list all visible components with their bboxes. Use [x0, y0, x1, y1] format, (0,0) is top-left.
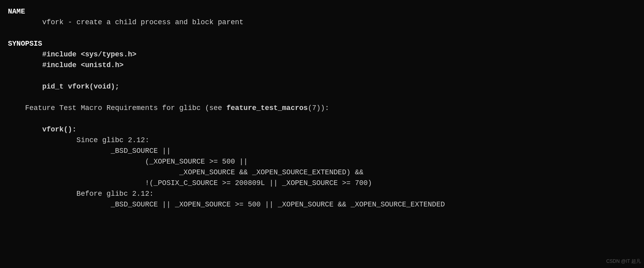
include2: #include <unistd.h>	[8, 60, 636, 71]
name-header: NAME	[8, 6, 636, 17]
since-glibc: Since glibc 2.12:	[8, 135, 636, 146]
include1: #include <sys/types.h>	[8, 49, 636, 60]
posix-cond: !(_POSIX_C_SOURCE >= 200809L || _XOPEN_S…	[8, 178, 636, 189]
feature-test-suffix: (7)):	[308, 104, 329, 112]
feature-test-line: Feature Test Macro Requirements for glib…	[8, 104, 329, 112]
watermark: CSDN @IT 超凡	[606, 258, 641, 265]
blank-line-2	[8, 71, 636, 81]
before-glibc: Before glibc 2.12:	[8, 189, 636, 199]
feature-test-prefix: Feature Test Macro Requirements for glib…	[8, 104, 226, 112]
function-sig: pid_t vfork(void);	[8, 81, 636, 92]
blank-line-3	[8, 92, 636, 103]
synopsis-header: SYNOPSIS	[8, 39, 636, 49]
before-bsd: _BSD_SOURCE || _XOPEN_SOURCE >= 500 || _…	[8, 199, 636, 210]
feature-test-bold: feature_test_macros	[226, 104, 308, 112]
name-description: vfork - create a child process and block…	[8, 17, 636, 28]
man-page-content: NAME vfork - create a child process and …	[8, 6, 636, 210]
blank-line-1	[8, 28, 636, 39]
blank-line-4	[8, 114, 636, 124]
vfork-label: vfork():	[8, 124, 636, 135]
bsd-source: _BSD_SOURCE ||	[8, 146, 636, 156]
xopen-cond: (_XOPEN_SOURCE >= 500 ||	[8, 156, 636, 167]
xopen-ext: _XOPEN_SOURCE && _XOPEN_SOURCE_EXTENDED)…	[8, 167, 636, 178]
